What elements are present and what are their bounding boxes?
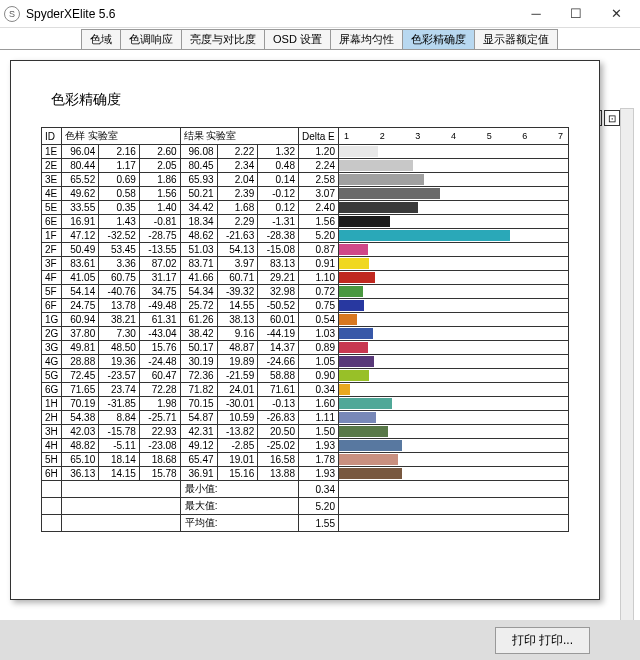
cell-id: 2H <box>42 411 62 425</box>
table-row: 4G28.8819.36-24.4830.1919.89-24.661.05 <box>42 355 569 369</box>
cell-bar <box>339 145 569 159</box>
cell-bar <box>339 327 569 341</box>
table-row: 2G37.807.30-43.0438.429.16-44.191.03 <box>42 327 569 341</box>
cell-bar <box>339 201 569 215</box>
minimize-button[interactable]: ─ <box>516 0 556 28</box>
tab-6[interactable]: 显示器额定值 <box>474 29 558 49</box>
cell-s1: 28.88 <box>62 355 99 369</box>
cell-s3: 2.60 <box>139 145 180 159</box>
cell-r2: 2.34 <box>217 159 258 173</box>
delta-bar <box>339 370 369 381</box>
cell-bar <box>339 341 569 355</box>
close-button[interactable]: ✕ <box>596 0 636 28</box>
tab-3[interactable]: OSD 设置 <box>264 29 331 49</box>
delta-bar <box>339 286 363 297</box>
vertical-scrollbar[interactable] <box>620 108 634 653</box>
cell-r1: 48.62 <box>180 229 217 243</box>
table-row: 6H36.1314.1515.7836.9115.1613.881.93 <box>42 467 569 481</box>
table-row: 2F50.4953.45-13.5551.0354.13-15.080.87 <box>42 243 569 257</box>
cell-r2: 19.01 <box>217 453 258 467</box>
cell-id: 5F <box>42 285 62 299</box>
cell-r1: 65.47 <box>180 453 217 467</box>
cell-r3: 1.32 <box>258 145 299 159</box>
cell-r1: 96.08 <box>180 145 217 159</box>
cell-bar <box>339 257 569 271</box>
cell-id: 1E <box>42 145 62 159</box>
cell-bar <box>339 397 569 411</box>
cell-s1: 60.94 <box>62 313 99 327</box>
cell-s3: 22.93 <box>139 425 180 439</box>
delta-bar <box>339 412 376 423</box>
cell-s2: 38.21 <box>99 313 140 327</box>
cell-s3: -28.75 <box>139 229 180 243</box>
cell-s3: 15.78 <box>139 467 180 481</box>
delta-bar <box>339 202 418 213</box>
tab-2[interactable]: 亮度与对比度 <box>181 29 265 49</box>
cell-r1: 34.42 <box>180 201 217 215</box>
tab-1[interactable]: 色调响应 <box>120 29 182 49</box>
app-icon: S <box>4 6 20 22</box>
cell-s3: 1.40 <box>139 201 180 215</box>
axis-tick: 2 <box>380 131 385 141</box>
cell-r3: 13.88 <box>258 467 299 481</box>
cell-s2: 53.45 <box>99 243 140 257</box>
delta-bar <box>339 440 402 451</box>
header-id: ID <box>42 128 62 145</box>
cell-id: 6E <box>42 215 62 229</box>
delta-bar <box>339 272 375 283</box>
header-delta: Delta E <box>299 128 339 145</box>
cell-delta: 1.10 <box>299 271 339 285</box>
cell-s3: -25.71 <box>139 411 180 425</box>
cell-r1: 18.34 <box>180 215 217 229</box>
cell-s1: 49.62 <box>62 187 99 201</box>
table-row: 5F54.14-40.7634.7554.34-39.3232.980.72 <box>42 285 569 299</box>
cell-id: 2F <box>42 243 62 257</box>
cell-s1: 49.81 <box>62 341 99 355</box>
cell-s1: 65.10 <box>62 453 99 467</box>
tab-0[interactable]: 色域 <box>81 29 121 49</box>
delta-bar <box>339 188 440 199</box>
cell-s2: -40.76 <box>99 285 140 299</box>
print-button[interactable]: 打印 打印... <box>495 627 590 654</box>
cell-s3: 1.98 <box>139 397 180 411</box>
cell-bar <box>339 383 569 397</box>
cell-r3: -50.52 <box>258 299 299 313</box>
table-row: 2H54.388.84-25.7154.8710.59-26.831.11 <box>42 411 569 425</box>
cell-s2: 18.14 <box>99 453 140 467</box>
cell-r2: -13.82 <box>217 425 258 439</box>
cell-r1: 51.03 <box>180 243 217 257</box>
cell-r2: 60.71 <box>217 271 258 285</box>
summary-value: 5.20 <box>299 498 339 515</box>
cell-s1: 33.55 <box>62 201 99 215</box>
cell-s1: 48.82 <box>62 439 99 453</box>
cell-r2: 10.59 <box>217 411 258 425</box>
cell-r1: 25.72 <box>180 299 217 313</box>
table-row: 3H42.03-15.7822.9342.31-13.8220.501.50 <box>42 425 569 439</box>
cell-bar <box>339 453 569 467</box>
cell-r3: 32.98 <box>258 285 299 299</box>
cell-r3: 20.50 <box>258 425 299 439</box>
cell-r1: 54.34 <box>180 285 217 299</box>
cell-id: 5E <box>42 201 62 215</box>
cell-delta: 1.11 <box>299 411 339 425</box>
cell-r2: 2.04 <box>217 173 258 187</box>
cell-r3: -26.83 <box>258 411 299 425</box>
cell-s2: 0.58 <box>99 187 140 201</box>
cell-r3: 29.21 <box>258 271 299 285</box>
cell-r3: -24.66 <box>258 355 299 369</box>
delta-bar <box>339 174 424 185</box>
cell-s3: 72.28 <box>139 383 180 397</box>
cell-s3: 15.76 <box>139 341 180 355</box>
tab-4[interactable]: 屏幕均匀性 <box>330 29 403 49</box>
header-result: 结果 实验室 <box>180 128 298 145</box>
zoom-fit-icon[interactable]: ⊡ <box>604 110 620 126</box>
tab-5[interactable]: 色彩精确度 <box>402 29 475 49</box>
cell-id: 4E <box>42 187 62 201</box>
cell-bar <box>339 243 569 257</box>
maximize-button[interactable]: ☐ <box>556 0 596 28</box>
header-chart: 1234567 <box>339 128 569 145</box>
cell-s2: 2.16 <box>99 145 140 159</box>
cell-s3: -23.08 <box>139 439 180 453</box>
delta-bar <box>339 426 388 437</box>
cell-s3: 18.68 <box>139 453 180 467</box>
